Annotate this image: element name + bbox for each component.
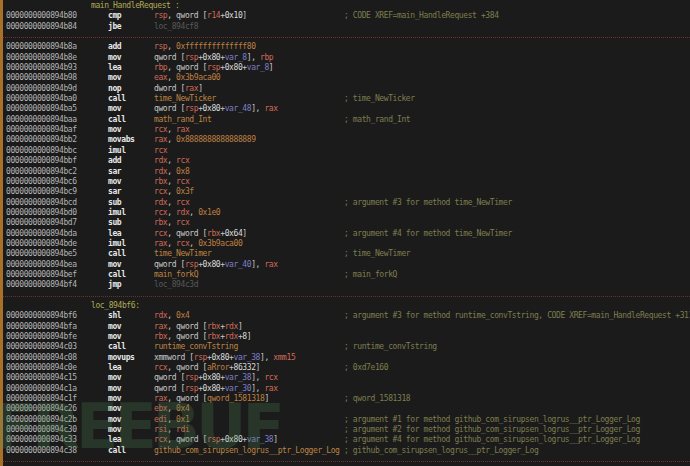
disasm-line[interactable]: 0000000000894bf6shlrdx, 0x4; argument #3… (3, 311, 690, 321)
disasm-line[interactable]: 0000000000894c30movrsi, rdi; argument #2… (3, 425, 690, 435)
address[interactable]: 0000000000894bb2 (3, 135, 108, 145)
variable-token[interactable]: var_38 (234, 353, 261, 362)
disasm-line[interactable]: 0000000000894c26movebx, 0x4 (3, 404, 690, 414)
address[interactable]: 0000000000894c1a (3, 384, 108, 394)
address[interactable]: 0000000000894c33 (3, 435, 108, 445)
disasm-line[interactable]: 0000000000894bafmovrcx, rax (3, 125, 690, 135)
disasm-line[interactable]: 0000000000894c0elearcx, qword [aRror+863… (3, 363, 690, 373)
address[interactable]: 0000000000894bd7 (3, 218, 108, 228)
address[interactable]: 0000000000894b80 (3, 11, 108, 21)
disasm-line[interactable]: 0000000000894b8emovqword [rsp+0x80+var_8… (3, 53, 690, 63)
disasm-line[interactable]: 0000000000894bd0imulrcx, rdx, 0x1e0 (3, 208, 690, 218)
disasm-line[interactable]: 0000000000894beamovqword [rsp+0x80+var_4… (3, 260, 690, 270)
address[interactable]: 0000000000894b8e (3, 53, 108, 63)
address[interactable]: 0000000000894c15 (3, 373, 108, 383)
address[interactable]: 0000000000894c1f (3, 394, 108, 404)
address[interactable]: 0000000000894baf (3, 125, 108, 135)
disasm-line[interactable]: 0000000000894bfemovrbx, qword [rbx+rdx+8… (3, 332, 690, 342)
disasm-line[interactable]: 0000000000894be5calltime_NewTimer; time_… (3, 249, 690, 259)
variable-token[interactable]: var_38 (247, 435, 274, 444)
disasm-line[interactable]: 0000000000894bf4jmploc_894c3d (3, 280, 690, 290)
disasm-line[interactable]: 0000000000894bbfaddrdx, rcx (3, 156, 690, 166)
disasm-line[interactable]: 0000000000894c03callruntime_convTstring;… (3, 342, 690, 352)
address[interactable]: 0000000000894b98 (3, 73, 108, 83)
variable-token[interactable]: var_48 (225, 104, 252, 113)
disasm-line[interactable]: 0000000000894c08movupsxmmword [rsp+0x80+… (3, 353, 690, 363)
function-ref-token[interactable]: runtime_convTstring (154, 342, 238, 351)
address[interactable]: 0000000000894c26 (3, 404, 108, 414)
variable-token[interactable]: var_30 (225, 384, 252, 393)
variable-token[interactable]: var_8 (225, 53, 247, 62)
location-ref-token[interactable]: loc_894c3d (154, 280, 198, 289)
address[interactable]: 0000000000894bbc (3, 146, 108, 156)
function-ref-token[interactable]: time_NewTimer (154, 249, 211, 258)
disassembly-listing[interactable]: main_HandleRequest :0000000000894b80cmpr… (3, 1, 690, 466)
address[interactable]: 0000000000894bf4 (3, 280, 108, 290)
address[interactable]: 0000000000894bde (3, 239, 108, 249)
address[interactable]: 0000000000894bcd (3, 198, 108, 208)
address[interactable]: 0000000000894bf6 (3, 311, 108, 321)
disasm-line[interactable]: 0000000000894c38callgithub_com_sirupsen_… (3, 446, 690, 456)
disasm-line[interactable]: 0000000000894bc2sarrdx, 0x8 (3, 167, 690, 177)
function-ref-token[interactable]: math_rand_Int (154, 115, 211, 124)
address[interactable]: 0000000000894bd0 (3, 208, 108, 218)
function-ref-token[interactable]: github_com_sirupsen_logrus__ptr_Logger_L… (154, 446, 340, 455)
disasm-line[interactable]: 0000000000894bb2movabsrax, 0x88888888888… (3, 135, 690, 145)
disasm-line[interactable]: 0000000000894b84jbeloc_894cf8 (3, 22, 690, 32)
disasm-line[interactable]: 0000000000894bc6movrbx, rcx (3, 177, 690, 187)
disasm-line[interactable]: 0000000000894ba5movqword [rsp+0x80+var_4… (3, 104, 690, 114)
address[interactable]: 0000000000894b9d (3, 84, 108, 94)
disasm-line[interactable]: 0000000000894bdeimulrax, rcx, 0x3b9aca00 (3, 239, 690, 249)
location-ref-token[interactable]: loc_894cf8 (154, 22, 198, 31)
address[interactable]: 0000000000894c0e (3, 363, 108, 373)
address[interactable]: 0000000000894ba0 (3, 94, 108, 104)
address[interactable]: 0000000000894bc9 (3, 187, 108, 197)
address[interactable]: 0000000000894b93 (3, 63, 108, 73)
comment (344, 353, 690, 363)
disasm-line[interactable]: 0000000000894bdalearcx, qword [rbx+0x64]… (3, 229, 690, 239)
disasm-line[interactable]: 0000000000894b8aaddrsp, 0xffffffffffffff… (3, 42, 690, 52)
address[interactable]: 0000000000894c08 (3, 353, 108, 363)
disasm-line[interactable]: 0000000000894bbcimulrcx (3, 146, 690, 156)
disasm-line[interactable]: 0000000000894b98moveax, 0x3b9aca00 (3, 73, 690, 83)
function-ref-token[interactable]: main_forkQ (154, 270, 198, 279)
disasm-line[interactable]: 0000000000894c2bmovedi, 0x1; argument #1… (3, 415, 690, 425)
address[interactable]: 0000000000894ba5 (3, 104, 108, 114)
address[interactable]: 0000000000894c30 (3, 425, 108, 435)
address[interactable]: 0000000000894bbf (3, 156, 108, 166)
variable-token[interactable]: var_40 (225, 260, 252, 269)
address[interactable]: 0000000000894bef (3, 270, 108, 280)
address[interactable]: 0000000000894bc6 (3, 177, 108, 187)
address[interactable]: 0000000000894bc2 (3, 167, 108, 177)
address[interactable]: 0000000000894baa (3, 115, 108, 125)
code-label[interactable]: main_HandleRequest : (3, 1, 690, 11)
disasm-line[interactable]: 0000000000894b93learbp, qword [rsp+0x80+… (3, 63, 690, 73)
address[interactable]: 0000000000894c2b (3, 415, 108, 425)
disasm-line[interactable]: 0000000000894bcdsubrdx, rcx; argument #3… (3, 198, 690, 208)
address[interactable]: 0000000000894bea (3, 260, 108, 270)
address[interactable]: 0000000000894c03 (3, 342, 108, 352)
variable-token[interactable]: var_8 (247, 63, 269, 72)
disasm-line[interactable]: 0000000000894bfamovrax, qword [rbx+rdx] (3, 322, 690, 332)
address[interactable]: 0000000000894b8a (3, 42, 108, 52)
code-label[interactable]: loc_894bf6: (3, 301, 690, 311)
address[interactable]: 0000000000894be5 (3, 249, 108, 259)
disasm-line[interactable]: 0000000000894c1amovqword [rsp+0x80+var_3… (3, 384, 690, 394)
disasm-line[interactable]: 0000000000894b9dnopdword [rax] (3, 84, 690, 94)
disasm-line[interactable]: 0000000000894bd7subrbx, rcx (3, 218, 690, 228)
disasm-line[interactable]: 0000000000894ba0calltime_NewTicker; time… (3, 94, 690, 104)
address[interactable]: 0000000000894c38 (3, 446, 108, 456)
address[interactable]: 0000000000894b84 (3, 22, 108, 32)
disasm-line[interactable]: 0000000000894bc9sarrcx, 0x3f (3, 187, 690, 197)
function-ref-token[interactable]: time_NewTicker (154, 94, 216, 103)
disasm-line[interactable]: 0000000000894c15movqword [rsp+0x80+var_3… (3, 373, 690, 383)
variable-token[interactable]: var_38 (225, 373, 252, 382)
disasm-line[interactable]: 0000000000894c1fmovrax, qword [qword_158… (3, 394, 690, 404)
address[interactable]: 0000000000894bfe (3, 332, 108, 342)
disasm-line[interactable]: 0000000000894baacallmath_rand_Int; math_… (3, 115, 690, 125)
address[interactable]: 0000000000894bda (3, 229, 108, 239)
disasm-line[interactable]: 0000000000894c33learcx, qword [rsp+0x80+… (3, 435, 690, 445)
disasm-line[interactable]: 0000000000894befcallmain_forkQ; main_for… (3, 270, 690, 280)
address[interactable]: 0000000000894bfa (3, 322, 108, 332)
disasm-line[interactable]: 0000000000894b80cmprsp, qword [r14+0x10]… (3, 11, 690, 21)
